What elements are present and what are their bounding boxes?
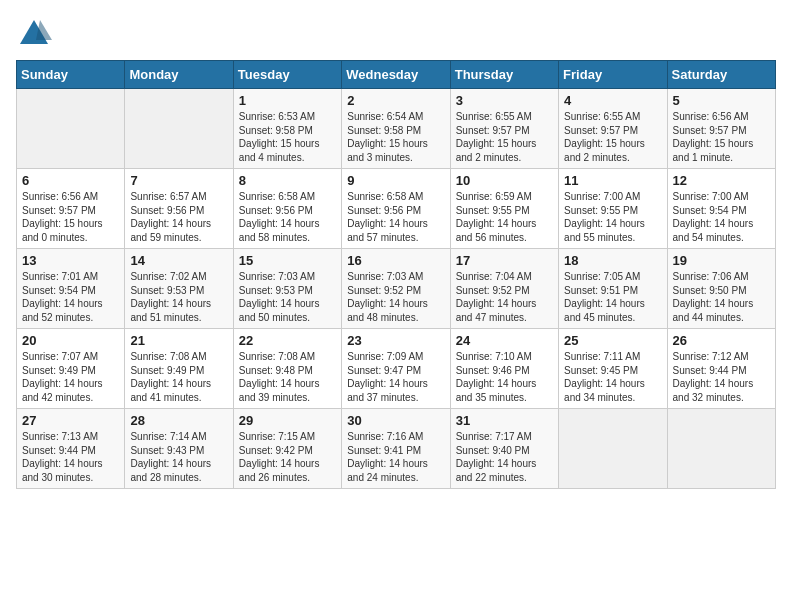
day-number: 8: [239, 173, 336, 188]
day-info: Sunrise: 6:56 AM Sunset: 9:57 PM Dayligh…: [673, 110, 770, 164]
day-info: Sunrise: 7:14 AM Sunset: 9:43 PM Dayligh…: [130, 430, 227, 484]
day-number: 15: [239, 253, 336, 268]
calendar-week-row: 27Sunrise: 7:13 AM Sunset: 9:44 PM Dayli…: [17, 409, 776, 489]
day-number: 17: [456, 253, 553, 268]
day-info: Sunrise: 7:16 AM Sunset: 9:41 PM Dayligh…: [347, 430, 444, 484]
calendar-cell: 4Sunrise: 6:55 AM Sunset: 9:57 PM Daylig…: [559, 89, 667, 169]
day-number: 25: [564, 333, 661, 348]
calendar-cell: 1Sunrise: 6:53 AM Sunset: 9:58 PM Daylig…: [233, 89, 341, 169]
day-info: Sunrise: 7:03 AM Sunset: 9:53 PM Dayligh…: [239, 270, 336, 324]
day-number: 9: [347, 173, 444, 188]
day-of-week-header: Sunday: [17, 61, 125, 89]
calendar-cell: 25Sunrise: 7:11 AM Sunset: 9:45 PM Dayli…: [559, 329, 667, 409]
day-of-week-header: Saturday: [667, 61, 775, 89]
day-info: Sunrise: 6:59 AM Sunset: 9:55 PM Dayligh…: [456, 190, 553, 244]
calendar-week-row: 13Sunrise: 7:01 AM Sunset: 9:54 PM Dayli…: [17, 249, 776, 329]
day-number: 2: [347, 93, 444, 108]
calendar-cell: 30Sunrise: 7:16 AM Sunset: 9:41 PM Dayli…: [342, 409, 450, 489]
day-info: Sunrise: 7:08 AM Sunset: 9:49 PM Dayligh…: [130, 350, 227, 404]
day-number: 10: [456, 173, 553, 188]
day-of-week-header: Monday: [125, 61, 233, 89]
calendar-cell: 16Sunrise: 7:03 AM Sunset: 9:52 PM Dayli…: [342, 249, 450, 329]
calendar-week-row: 20Sunrise: 7:07 AM Sunset: 9:49 PM Dayli…: [17, 329, 776, 409]
day-of-week-header: Wednesday: [342, 61, 450, 89]
calendar-cell: 20Sunrise: 7:07 AM Sunset: 9:49 PM Dayli…: [17, 329, 125, 409]
day-number: 7: [130, 173, 227, 188]
calendar-cell: 3Sunrise: 6:55 AM Sunset: 9:57 PM Daylig…: [450, 89, 558, 169]
day-of-week-header: Tuesday: [233, 61, 341, 89]
day-info: Sunrise: 6:53 AM Sunset: 9:58 PM Dayligh…: [239, 110, 336, 164]
day-number: 24: [456, 333, 553, 348]
day-number: 18: [564, 253, 661, 268]
calendar-cell: 9Sunrise: 6:58 AM Sunset: 9:56 PM Daylig…: [342, 169, 450, 249]
calendar-cell: 22Sunrise: 7:08 AM Sunset: 9:48 PM Dayli…: [233, 329, 341, 409]
day-info: Sunrise: 7:03 AM Sunset: 9:52 PM Dayligh…: [347, 270, 444, 324]
day-info: Sunrise: 7:13 AM Sunset: 9:44 PM Dayligh…: [22, 430, 119, 484]
logo-icon: [16, 16, 52, 52]
day-number: 19: [673, 253, 770, 268]
calendar-cell: [125, 89, 233, 169]
calendar-cell: 31Sunrise: 7:17 AM Sunset: 9:40 PM Dayli…: [450, 409, 558, 489]
day-info: Sunrise: 7:02 AM Sunset: 9:53 PM Dayligh…: [130, 270, 227, 324]
calendar-cell: [17, 89, 125, 169]
day-number: 12: [673, 173, 770, 188]
day-info: Sunrise: 7:09 AM Sunset: 9:47 PM Dayligh…: [347, 350, 444, 404]
calendar-cell: 27Sunrise: 7:13 AM Sunset: 9:44 PM Dayli…: [17, 409, 125, 489]
day-number: 30: [347, 413, 444, 428]
day-number: 28: [130, 413, 227, 428]
day-of-week-header: Friday: [559, 61, 667, 89]
calendar-header-row: SundayMondayTuesdayWednesdayThursdayFrid…: [17, 61, 776, 89]
calendar-cell: 2Sunrise: 6:54 AM Sunset: 9:58 PM Daylig…: [342, 89, 450, 169]
day-number: 26: [673, 333, 770, 348]
calendar-cell: 12Sunrise: 7:00 AM Sunset: 9:54 PM Dayli…: [667, 169, 775, 249]
calendar-cell: 23Sunrise: 7:09 AM Sunset: 9:47 PM Dayli…: [342, 329, 450, 409]
day-number: 1: [239, 93, 336, 108]
calendar-cell: 14Sunrise: 7:02 AM Sunset: 9:53 PM Dayli…: [125, 249, 233, 329]
day-info: Sunrise: 7:12 AM Sunset: 9:44 PM Dayligh…: [673, 350, 770, 404]
calendar-cell: 11Sunrise: 7:00 AM Sunset: 9:55 PM Dayli…: [559, 169, 667, 249]
day-number: 31: [456, 413, 553, 428]
day-of-week-header: Thursday: [450, 61, 558, 89]
day-info: Sunrise: 6:56 AM Sunset: 9:57 PM Dayligh…: [22, 190, 119, 244]
day-number: 6: [22, 173, 119, 188]
day-info: Sunrise: 7:07 AM Sunset: 9:49 PM Dayligh…: [22, 350, 119, 404]
calendar-cell: 28Sunrise: 7:14 AM Sunset: 9:43 PM Dayli…: [125, 409, 233, 489]
day-info: Sunrise: 7:17 AM Sunset: 9:40 PM Dayligh…: [456, 430, 553, 484]
day-info: Sunrise: 7:11 AM Sunset: 9:45 PM Dayligh…: [564, 350, 661, 404]
day-info: Sunrise: 6:57 AM Sunset: 9:56 PM Dayligh…: [130, 190, 227, 244]
calendar-cell: 7Sunrise: 6:57 AM Sunset: 9:56 PM Daylig…: [125, 169, 233, 249]
calendar-cell: [667, 409, 775, 489]
day-info: Sunrise: 7:01 AM Sunset: 9:54 PM Dayligh…: [22, 270, 119, 324]
calendar-cell: 19Sunrise: 7:06 AM Sunset: 9:50 PM Dayli…: [667, 249, 775, 329]
logo: [16, 16, 56, 52]
day-number: 29: [239, 413, 336, 428]
calendar-cell: 13Sunrise: 7:01 AM Sunset: 9:54 PM Dayli…: [17, 249, 125, 329]
calendar-cell: 21Sunrise: 7:08 AM Sunset: 9:49 PM Dayli…: [125, 329, 233, 409]
day-number: 13: [22, 253, 119, 268]
day-info: Sunrise: 7:15 AM Sunset: 9:42 PM Dayligh…: [239, 430, 336, 484]
day-number: 5: [673, 93, 770, 108]
day-number: 11: [564, 173, 661, 188]
day-number: 20: [22, 333, 119, 348]
day-number: 3: [456, 93, 553, 108]
calendar-cell: 6Sunrise: 6:56 AM Sunset: 9:57 PM Daylig…: [17, 169, 125, 249]
svg-marker-1: [36, 20, 52, 40]
calendar-cell: 15Sunrise: 7:03 AM Sunset: 9:53 PM Dayli…: [233, 249, 341, 329]
calendar-cell: 26Sunrise: 7:12 AM Sunset: 9:44 PM Dayli…: [667, 329, 775, 409]
calendar-week-row: 6Sunrise: 6:56 AM Sunset: 9:57 PM Daylig…: [17, 169, 776, 249]
day-number: 16: [347, 253, 444, 268]
day-info: Sunrise: 7:08 AM Sunset: 9:48 PM Dayligh…: [239, 350, 336, 404]
calendar-cell: 10Sunrise: 6:59 AM Sunset: 9:55 PM Dayli…: [450, 169, 558, 249]
day-info: Sunrise: 6:54 AM Sunset: 9:58 PM Dayligh…: [347, 110, 444, 164]
day-number: 14: [130, 253, 227, 268]
day-info: Sunrise: 7:05 AM Sunset: 9:51 PM Dayligh…: [564, 270, 661, 324]
day-info: Sunrise: 7:00 AM Sunset: 9:54 PM Dayligh…: [673, 190, 770, 244]
calendar-cell: 8Sunrise: 6:58 AM Sunset: 9:56 PM Daylig…: [233, 169, 341, 249]
day-number: 27: [22, 413, 119, 428]
page-header: [16, 16, 776, 52]
calendar-table: SundayMondayTuesdayWednesdayThursdayFrid…: [16, 60, 776, 489]
day-info: Sunrise: 6:58 AM Sunset: 9:56 PM Dayligh…: [347, 190, 444, 244]
calendar-week-row: 1Sunrise: 6:53 AM Sunset: 9:58 PM Daylig…: [17, 89, 776, 169]
day-number: 23: [347, 333, 444, 348]
day-info: Sunrise: 7:10 AM Sunset: 9:46 PM Dayligh…: [456, 350, 553, 404]
